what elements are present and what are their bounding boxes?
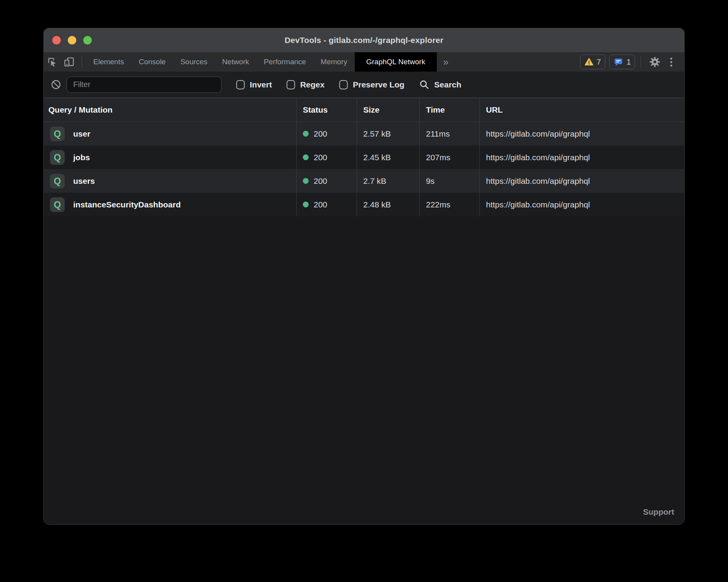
response-size: 2.48 kB: [363, 200, 391, 209]
preserve-log-label: Preserve Log: [353, 80, 404, 89]
warnings-button[interactable]: 7: [580, 55, 605, 69]
tabbar-right-controls: 7 1: [576, 52, 684, 72]
inspect-element-icon: [47, 56, 58, 67]
status-code: 200: [314, 176, 327, 186]
query-name: jobs: [73, 153, 90, 162]
tab-sources[interactable]: Sources: [173, 52, 215, 72]
tab-elements[interactable]: Elements: [86, 52, 131, 72]
zoom-window-button[interactable]: [83, 36, 92, 45]
column-header-query-mutation[interactable]: Query / Mutation: [44, 98, 297, 122]
search-icon: [419, 79, 429, 90]
tab-network[interactable]: Network: [215, 52, 257, 72]
request-url: https://gitlab.com/api/graphql: [486, 129, 590, 139]
close-window-button[interactable]: [52, 36, 61, 45]
response-time: 211ms: [426, 129, 450, 139]
settings-button[interactable]: [646, 56, 663, 68]
minimize-window-button[interactable]: [68, 36, 76, 45]
toolbar-divider: [640, 56, 641, 67]
traffic-lights: [52, 28, 92, 52]
settings-gear-icon: [649, 56, 661, 68]
response-size: 2.7 kB: [363, 176, 386, 186]
regex-checkbox[interactable]: [287, 80, 295, 89]
tab-performance[interactable]: Performance: [256, 52, 313, 72]
more-options-button[interactable]: [663, 58, 679, 67]
status-ok-dot: [303, 202, 309, 207]
messages-button[interactable]: 1: [609, 55, 635, 69]
regex-checkbox-group[interactable]: Regex: [287, 80, 325, 89]
status-code: 200: [314, 129, 327, 139]
column-header-size[interactable]: Size: [357, 98, 420, 122]
response-time: 9s: [426, 176, 434, 186]
preserve-log-checkbox-group[interactable]: Preserve Log: [339, 80, 404, 89]
table-row[interactable]: Q users 200 2.7 kB 9s https://gitlab.com…: [44, 169, 684, 193]
invert-label: Invert: [250, 80, 272, 89]
column-header-url[interactable]: URL: [480, 98, 684, 122]
column-header-status[interactable]: Status: [297, 98, 357, 122]
devtools-tab-bar: Elements Console Sources Network Perform…: [44, 52, 684, 72]
search-label: Search: [434, 80, 461, 89]
inspect-element-button[interactable]: [44, 52, 61, 72]
query-type-badge: Q: [50, 197, 65, 212]
status-ok-dot: [303, 178, 309, 184]
chat-bubble-icon: [613, 57, 623, 67]
query-name: instanceSecurityDashboard: [73, 200, 181, 209]
query-type-badge: Q: [50, 174, 65, 188]
table-row[interactable]: Q user 200 2.57 kB 211ms https://gitlab.…: [44, 122, 684, 146]
table-row[interactable]: Q instanceSecurityDashboard 200 2.48 kB …: [44, 193, 684, 216]
more-menu-icon: [670, 58, 672, 60]
request-url: https://gitlab.com/api/graphql: [486, 176, 590, 186]
support-link[interactable]: Support: [643, 507, 684, 524]
table-row[interactable]: Q jobs 200 2.45 kB 207ms https://gitlab.…: [44, 146, 684, 169]
filter-toolbar: Invert Regex Preserve Log Search: [44, 72, 684, 98]
clear-block-icon[interactable]: [51, 79, 61, 90]
empty-results-area: Support: [44, 216, 684, 524]
warning-count: 7: [597, 58, 601, 67]
query-name: users: [73, 176, 95, 186]
query-type-badge: Q: [50, 150, 65, 165]
preserve-log-checkbox[interactable]: [339, 80, 348, 89]
warning-triangle-icon: [584, 57, 594, 67]
status-code: 200: [314, 200, 327, 209]
response-size: 2.57 kB: [363, 129, 391, 139]
status-code: 200: [314, 153, 327, 162]
invert-checkbox-group[interactable]: Invert: [236, 80, 272, 89]
response-size: 2.45 kB: [363, 153, 391, 162]
request-url: https://gitlab.com/api/graphql: [486, 200, 590, 209]
tab-graphql-network[interactable]: GraphQL Network: [355, 52, 437, 72]
regex-label: Regex: [300, 80, 325, 89]
toolbar-divider: [82, 56, 82, 68]
response-time: 222ms: [426, 200, 450, 209]
devtools-window: DevTools - gitlab.com/-/graphql-explorer: [43, 28, 685, 525]
response-time: 207ms: [426, 153, 450, 162]
title-bar: DevTools - gitlab.com/-/graphql-explorer: [44, 28, 684, 52]
status-ok-dot: [303, 154, 309, 160]
window-title: DevTools - gitlab.com/-/graphql-explorer: [285, 36, 443, 45]
invert-checkbox[interactable]: [236, 80, 245, 89]
tab-memory[interactable]: Memory: [313, 52, 355, 72]
toggle-device-toolbar-button[interactable]: [61, 52, 78, 72]
query-name: user: [73, 129, 90, 139]
status-ok-dot: [303, 131, 309, 137]
column-header-time[interactable]: Time: [420, 98, 480, 122]
tab-console[interactable]: Console: [131, 52, 173, 72]
query-type-badge: Q: [50, 127, 65, 141]
more-tabs-button[interactable]: »: [437, 52, 455, 72]
device-toolbar-icon: [64, 56, 75, 68]
message-count: 1: [627, 58, 631, 67]
request-url: https://gitlab.com/api/graphql: [486, 153, 590, 162]
search-control[interactable]: Search: [419, 79, 461, 90]
filter-input[interactable]: [67, 77, 221, 93]
table-header: Query / Mutation Status Size Time URL: [44, 98, 684, 122]
